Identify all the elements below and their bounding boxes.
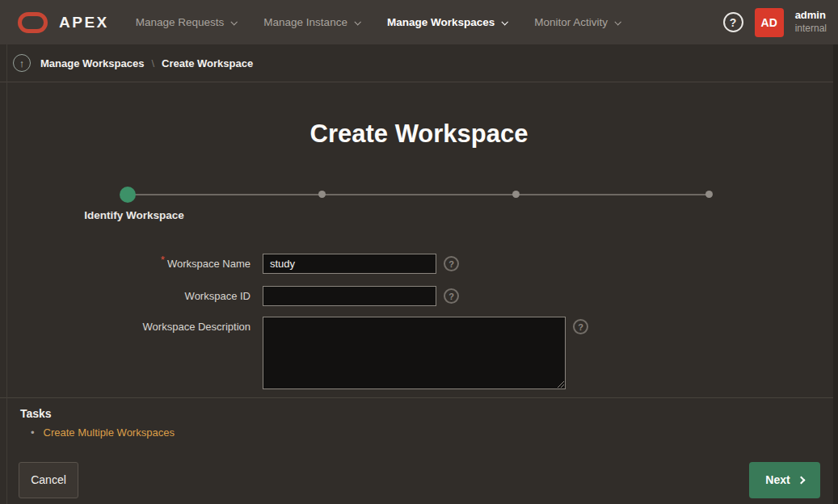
- chevron-down-icon: [231, 19, 238, 25]
- avatar-initials: AD: [761, 16, 777, 29]
- chevron-down-icon: [354, 19, 360, 25]
- up-arrow-glyph: ↑: [19, 57, 25, 69]
- user-realm: internal: [795, 23, 827, 36]
- next-button-label: Next: [765, 473, 790, 486]
- main-content: Create Workspace Identify Workspace *Wor…: [0, 82, 838, 397]
- nav-right: ? AD admin internal: [723, 8, 827, 37]
- nav-item-label: Monitor Activity: [534, 16, 608, 28]
- brand-name: APEX: [59, 14, 109, 32]
- help-glyph: ?: [730, 16, 737, 29]
- help-glyph: ?: [448, 292, 454, 301]
- chevron-down-icon: [614, 19, 621, 25]
- form-row-workspace-id: Workspace ID ?: [0, 286, 614, 306]
- help-glyph: ?: [448, 259, 454, 269]
- form-row-workspace-description: Workspace Description ?: [0, 317, 614, 389]
- wizard-train: Identify Workspace: [128, 187, 709, 203]
- workspace-form: *Workspace Name ? Workspace ID ? Workspa…: [0, 254, 614, 401]
- bullet-icon: •: [31, 426, 35, 439]
- breadcrumb-parent[interactable]: Manage Workspaces: [40, 57, 144, 69]
- workspace-description-textarea[interactable]: [263, 317, 566, 389]
- chevron-down-icon: [502, 19, 508, 25]
- workspace-name-input[interactable]: [263, 254, 436, 274]
- help-icon[interactable]: ?: [723, 12, 743, 32]
- nav-item-label: Manage Requests: [136, 16, 225, 28]
- field-help-icon[interactable]: ?: [444, 256, 459, 271]
- create-multiple-workspaces-link[interactable]: Create Multiple Workspaces: [44, 426, 175, 439]
- wizard-buttons: Cancel Next: [0, 460, 838, 504]
- tasks-title: Tasks: [20, 407, 838, 420]
- chevron-right-icon: [797, 476, 805, 484]
- nav-item-manage-requests[interactable]: Manage Requests: [122, 0, 251, 44]
- breadcrumb-current: Create Workspace: [162, 57, 253, 69]
- required-icon: *: [161, 254, 165, 267]
- brand-logo[interactable]: APEX: [18, 12, 109, 33]
- breadcrumb: ↑ Manage Workspaces \ Create Workspace: [0, 44, 838, 82]
- tasks-region: Tasks • Create Multiple Workspaces: [0, 397, 838, 460]
- nav-item-manage-workspaces[interactable]: Manage Workspaces: [373, 0, 520, 44]
- workspace-name-label: *Workspace Name: [0, 254, 251, 271]
- page-title: Create Workspace: [0, 120, 838, 149]
- next-button[interactable]: Next: [749, 462, 820, 498]
- nav-menu: Manage Requests Manage Instance Manage W…: [122, 0, 634, 44]
- user-menu[interactable]: admin internal: [795, 9, 827, 35]
- nav-item-monitor-activity[interactable]: Monitor Activity: [520, 0, 634, 44]
- help-glyph: ?: [578, 322, 583, 332]
- workspace-id-input[interactable]: [263, 286, 436, 306]
- oracle-logo-icon: [18, 12, 48, 33]
- window-edge: [833, 44, 838, 504]
- workspace-description-control: [263, 317, 566, 389]
- form-row-workspace-name: *Workspace Name ?: [0, 254, 614, 274]
- wizard-step-dot: [705, 191, 713, 198]
- wizard-train-line: [128, 194, 709, 195]
- user-avatar[interactable]: AD: [755, 8, 784, 37]
- list-item: • Create Multiple Workspaces: [20, 426, 838, 439]
- content-left-border: [6, 44, 7, 504]
- wizard-step-dot-current: [120, 187, 136, 203]
- wizard-step-dot: [318, 191, 326, 198]
- top-nav: APEX Manage Requests Manage Instance Man…: [0, 0, 838, 44]
- nav-item-label: Manage Instance: [263, 16, 347, 28]
- user-name: admin: [795, 9, 827, 23]
- workspace-id-label: Workspace ID: [0, 286, 251, 303]
- wizard-step-dot: [512, 191, 520, 198]
- field-help-icon[interactable]: ?: [444, 288, 459, 304]
- wizard-step-label: Identify Workspace: [84, 209, 184, 221]
- workspace-name-control: [263, 254, 436, 274]
- breadcrumb-separator: \: [151, 57, 154, 69]
- nav-item-manage-instance[interactable]: Manage Instance: [250, 0, 373, 44]
- up-arrow-icon[interactable]: ↑: [13, 54, 31, 72]
- nav-item-label: Manage Workspaces: [387, 16, 495, 28]
- cancel-button[interactable]: Cancel: [19, 462, 78, 498]
- workspace-id-control: [263, 286, 436, 306]
- field-help-icon[interactable]: ?: [573, 319, 588, 334]
- workspace-description-label: Workspace Description: [0, 317, 251, 334]
